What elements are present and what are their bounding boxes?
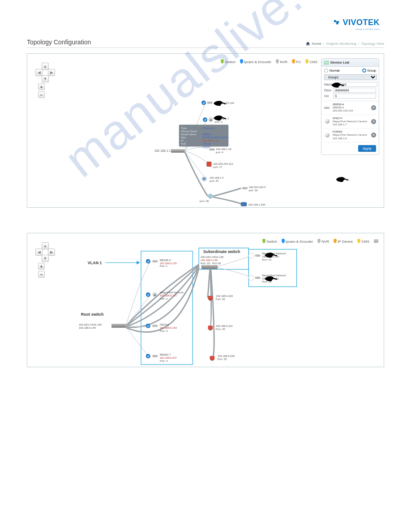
svg-text:port: 26: port: 26 bbox=[200, 200, 209, 202]
svg-text:port: 4: port: 4 bbox=[216, 151, 224, 154]
svg-text:IP: IP bbox=[181, 139, 184, 142]
svg-text:192.168.1.254: 192.168.1.254 bbox=[248, 203, 265, 206]
svg-text:FE8191: FE8191 bbox=[160, 323, 170, 326]
svg-text:Root switch: Root switch bbox=[81, 312, 104, 317]
svg-text:IB8332: IB8332 bbox=[202, 133, 211, 136]
svg-text:192.168.6.226: 192.168.6.226 bbox=[218, 355, 235, 357]
home-icon bbox=[306, 42, 310, 46]
svg-text:192.168.1.5: 192.168.1.5 bbox=[210, 176, 224, 179]
svg-point-73 bbox=[248, 275, 254, 280]
svg-text:Port: 4: Port: 4 bbox=[160, 360, 168, 362]
svg-text:192.168.6.153: 192.168.6.153 bbox=[160, 326, 177, 329]
svg-text:192.168.6.155: 192.168.6.155 bbox=[160, 262, 177, 265]
svg-text:192.168.1.18: 192.168.1.18 bbox=[216, 148, 231, 150]
svg-text:IB8338-H: IB8338-H bbox=[160, 259, 171, 262]
breadcrumb: Home › Graphic Monitoring › Topology Vie… bbox=[306, 42, 384, 46]
topology-canvas-2[interactable]: VLAN 1 Root switch AW-GEV-104A-130 192.1… bbox=[27, 233, 384, 367]
svg-text:Port: 1: Port: 1 bbox=[160, 265, 168, 267]
svg-text:169.254.220.5: 169.254.220.5 bbox=[248, 186, 266, 189]
svg-text:Model Name: Model Name bbox=[181, 133, 196, 136]
svg-text:port: 17: port: 17 bbox=[213, 166, 223, 168]
svg-point-31 bbox=[202, 177, 206, 180]
svg-text:2.81(w): 2.81(w) bbox=[202, 142, 211, 145]
svg-point-69 bbox=[248, 253, 254, 258]
topology-canvas-1[interactable]: 192.168.1.1 TypeIPCamera Device Name Mod… bbox=[27, 54, 384, 207]
page-title: Topology Configuration bbox=[27, 39, 91, 46]
topology-panel-2: ▲ ▼ ◀ ▶ + − Switch Ipcam & Encoder NVR I… bbox=[27, 233, 384, 367]
svg-text:VLAN 1: VLAN 1 bbox=[88, 261, 102, 265]
svg-rect-6 bbox=[171, 150, 184, 153]
svg-text:192.168.6.233: 192.168.6.233 bbox=[216, 295, 233, 297]
svg-text:Port: 25 - Port 26: Port: 25 - Port 26 bbox=[201, 262, 221, 265]
svg-text:Subordinate switch: Subordinate switch bbox=[203, 249, 240, 254]
svg-text:Port: 14: Port: 14 bbox=[262, 258, 272, 261]
svg-text:192.168.6.231: 192.168.6.231 bbox=[216, 325, 233, 327]
svg-text:Port: 25: Port: 25 bbox=[218, 358, 227, 360]
svg-text:192.168.6.147: 192.168.6.147 bbox=[160, 294, 177, 297]
topology-panel-1: ▲ ▼ ◀ ▶ + − Switch Ipcam & Encoder NVR P… bbox=[27, 53, 384, 208]
svg-text:Port: 25: Port: 25 bbox=[216, 298, 226, 300]
svg-rect-27 bbox=[207, 162, 211, 167]
svg-text:IB8382-T: IB8382-T bbox=[160, 353, 171, 356]
brand-logo: VIVOTEK www.vivotek.com bbox=[333, 18, 380, 30]
svg-text:00-AB-01:68:01:48:16: 00-AB-01:68:01:48:16 bbox=[202, 136, 229, 139]
svg-text:192.168.6.149: 192.168.6.149 bbox=[79, 326, 96, 329]
crumb-page: Topology View bbox=[361, 42, 384, 46]
svg-rect-48 bbox=[111, 324, 126, 328]
svg-text:PoE: PoE bbox=[181, 142, 186, 145]
svg-text:port: 2: port: 2 bbox=[215, 120, 223, 123]
svg-text:Port: 25: Port: 25 bbox=[216, 328, 226, 330]
svg-text:Mac: Mac bbox=[181, 136, 186, 139]
svg-text:Port: 2: Port: 2 bbox=[160, 297, 168, 300]
svg-text:Mega-Pixel Network: Mega-Pixel Network bbox=[160, 291, 184, 294]
svg-text:Type: Type bbox=[181, 127, 187, 129]
svg-text:169.254.244.212: 169.254.244.212 bbox=[213, 163, 233, 165]
svg-text:192.168.1.1: 192.168.1.1 bbox=[154, 149, 171, 152]
svg-text:Port: 3: Port: 3 bbox=[160, 330, 168, 332]
logo-icon bbox=[333, 19, 341, 27]
svg-text:Mega-Pixel Network: Mega-Pixel Network bbox=[262, 274, 286, 277]
svg-point-34 bbox=[208, 194, 213, 198]
svg-rect-68 bbox=[201, 266, 218, 269]
svg-text:Online: Online bbox=[202, 146, 210, 148]
svg-text:IPCamera: IPCamera bbox=[202, 127, 214, 129]
svg-text:AW-GEV-104A-130: AW-GEV-104A-130 bbox=[201, 256, 224, 258]
svg-text:Mega-Pixel Network: Mega-Pixel Network bbox=[262, 252, 286, 255]
pointer-hand-icon bbox=[332, 82, 345, 87]
pointer-hand-icon bbox=[336, 177, 349, 182]
svg-text:192.168.6.207: 192.168.6.207 bbox=[160, 356, 177, 359]
svg-marker-44 bbox=[137, 261, 140, 265]
crumb-section: Graphic Monitoring bbox=[326, 42, 356, 46]
svg-text:192.168.1.18: 192.168.1.18 bbox=[202, 139, 218, 142]
crumb-home[interactable]: Home bbox=[312, 42, 321, 46]
svg-text:AW-GEV-104A-130: AW-GEV-104A-130 bbox=[79, 323, 102, 326]
svg-text:port: 25: port: 25 bbox=[210, 180, 219, 182]
svg-text:port: 26: port: 26 bbox=[248, 189, 258, 192]
svg-rect-38 bbox=[241, 202, 247, 206]
svg-text:Device Name: Device Name bbox=[181, 130, 197, 133]
svg-text:192.168.6.130: 192.168.6.130 bbox=[201, 259, 218, 262]
svg-text:Status: Status bbox=[181, 146, 188, 148]
